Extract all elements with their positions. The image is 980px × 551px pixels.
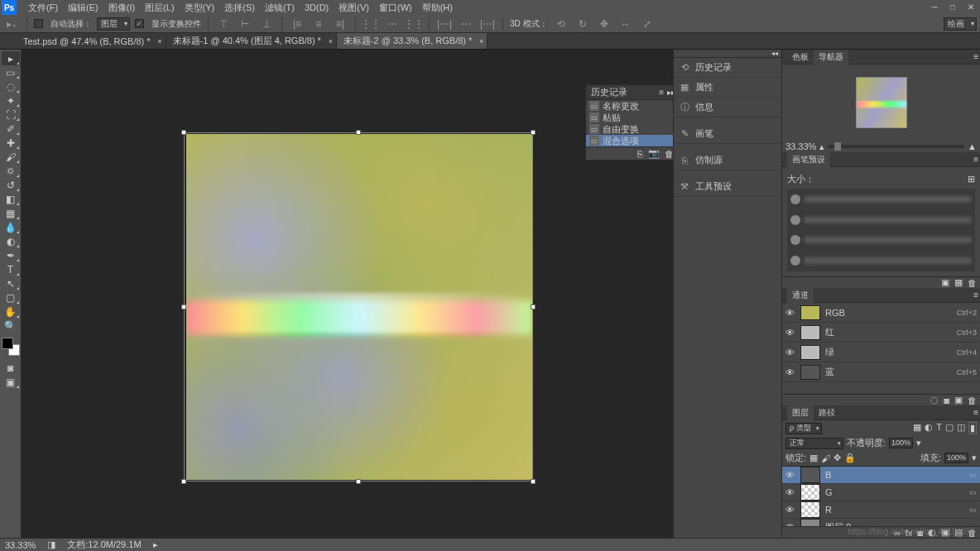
collapse-icon[interactable]: ▸▸	[667, 88, 673, 97]
menu-file[interactable]: 文件(F)	[23, 0, 63, 16]
transform-handle[interactable]	[356, 130, 361, 135]
distribute-icon[interactable]: |⋯|	[436, 17, 453, 31]
paths-tab[interactable]: 路径	[814, 405, 840, 420]
filter-type-icon[interactable]: T	[936, 422, 942, 434]
panel-menu-icon[interactable]: ≡	[973, 408, 978, 417]
eraser-tool[interactable]: ◧	[2, 192, 20, 206]
layer-row[interactable]: 👁R▭	[782, 501, 980, 519]
zoom-3d-icon[interactable]: ⤢	[639, 17, 656, 31]
panel-expander-info[interactable]: ⓘ信息	[674, 98, 781, 117]
dodge-tool[interactable]: ◐	[2, 234, 20, 248]
lock-pixels-icon[interactable]: 🖌	[821, 453, 830, 463]
panel-menu-icon[interactable]: ≡	[973, 155, 978, 164]
layers-tab[interactable]: 图层	[787, 405, 814, 420]
panel-expander-clone[interactable]: ⎘仿制源	[674, 151, 781, 170]
brush-preset-tab[interactable]: 画笔预设	[787, 152, 830, 167]
heal-tool[interactable]: ✚	[2, 136, 20, 150]
document-tab[interactable]: 未标题-2 @ 33.3% (B, RGB/8) *×	[337, 33, 488, 49]
transform-handle[interactable]	[181, 479, 186, 484]
filter-smart-icon[interactable]: ◫	[957, 422, 965, 434]
channel-row[interactable]: 👁RGBCtrl+2	[782, 303, 980, 323]
snapshot-icon[interactable]: 📷	[648, 148, 660, 159]
visibility-icon[interactable]: 👁	[785, 505, 795, 515]
menu-help[interactable]: 帮助(H)	[417, 0, 458, 16]
marquee-tool[interactable]: ▭	[2, 65, 20, 79]
align-bottom-icon[interactable]: ⊥	[258, 17, 275, 31]
distribute-icon[interactable]: |⋯|	[479, 17, 496, 31]
menu-filter[interactable]: 滤镜(T)	[260, 0, 300, 16]
hand-tool[interactable]: ✋	[2, 304, 20, 319]
history-brush-tool[interactable]: ↺	[2, 178, 20, 192]
brush-preset-item[interactable]	[790, 192, 972, 208]
history-item[interactable]: ▭名称更改	[586, 100, 673, 112]
slide-3d-icon[interactable]: ↔	[617, 17, 634, 31]
save-selection-icon[interactable]: ◙	[944, 395, 949, 405]
visibility-icon[interactable]: 👁	[785, 470, 795, 480]
link-icon[interactable]: ▭	[969, 471, 977, 479]
opacity-value[interactable]: 100%	[889, 438, 913, 448]
zoom-tool[interactable]: 🔍	[2, 319, 20, 333]
layer-row[interactable]: 👁图层 0	[782, 519, 980, 526]
expand-icon[interactable]: ◂◂	[674, 50, 781, 58]
lasso-tool[interactable]: ◌	[2, 79, 20, 93]
menu-select[interactable]: 选择(S)	[219, 0, 260, 16]
shape-tool[interactable]: ▢	[2, 290, 20, 304]
menu-layer[interactable]: 图层(L)	[140, 0, 179, 16]
pan-3d-icon[interactable]: ✥	[596, 17, 612, 31]
layer-row[interactable]: 👁B▭	[782, 467, 980, 484]
channel-row[interactable]: 👁绿Ctrl+4	[782, 343, 980, 362]
path-tool[interactable]: ↖	[2, 276, 20, 290]
history-item[interactable]: ▭粘贴	[586, 112, 673, 123]
distribute-icon[interactable]: ⋮⋮	[363, 17, 379, 31]
new-icon[interactable]: ▦	[954, 277, 963, 288]
panel-menu-icon[interactable]: ≡	[973, 290, 978, 299]
auto-select-checkbox[interactable]	[34, 19, 43, 28]
panel-expander-brush[interactable]: ✎画笔	[674, 124, 781, 144]
channels-tab[interactable]: 通道	[787, 288, 814, 303]
color-swatches[interactable]	[2, 338, 20, 356]
panel-expander-properties[interactable]: ▦属性	[674, 78, 781, 98]
document-tab[interactable]: 未标题-1 @ 40.4% (图层 4, RGB/8) *×	[166, 33, 337, 49]
brush-tool[interactable]: 🖌	[2, 150, 20, 164]
roll-3d-icon[interactable]: ↻	[574, 17, 591, 31]
gradient-tool[interactable]: ▦	[2, 206, 20, 220]
eyedropper-tool[interactable]: ✐	[2, 122, 20, 136]
minimize-button[interactable]: ─	[925, 0, 944, 13]
opacity-dropdown-icon[interactable]: ▾	[916, 438, 921, 448]
crop-tool[interactable]: ⛶	[2, 108, 20, 122]
lock-position-icon[interactable]: ✥	[833, 453, 841, 463]
lock-transparency-icon[interactable]: ▦	[809, 453, 818, 463]
navigator-tab[interactable]: 导航器	[814, 50, 848, 65]
brush-list[interactable]	[787, 189, 975, 271]
transform-bounding-box[interactable]	[184, 132, 533, 482]
menu-window[interactable]: 窗口(W)	[374, 0, 417, 16]
layer-row[interactable]: 👁G▭	[782, 484, 980, 501]
menu-view[interactable]: 视图(V)	[334, 0, 374, 16]
brush-preset-item[interactable]	[790, 213, 972, 228]
stamp-tool[interactable]: ⛭	[2, 164, 20, 178]
delete-icon[interactable]: 🗑	[665, 149, 673, 159]
history-item[interactable]: ▭混合选项	[586, 135, 673, 146]
channel-row[interactable]: 👁蓝Ctrl+5	[782, 362, 980, 382]
wand-tool[interactable]: ✦	[2, 93, 20, 108]
panel-menu-icon[interactable]: ≡	[973, 52, 978, 61]
zoom-in-icon[interactable]: ▲	[968, 141, 977, 151]
delete-icon[interactable]: 🗑	[968, 278, 977, 288]
filter-toggle-icon[interactable]: ▮	[968, 422, 977, 434]
link-icon[interactable]: ▭	[969, 488, 977, 496]
align-right-icon[interactable]: ≡|	[332, 17, 348, 31]
fill-value[interactable]: 100%	[944, 453, 968, 463]
quickmask-toggle[interactable]: ◙	[2, 361, 20, 375]
visibility-icon[interactable]: 👁	[785, 308, 795, 318]
panel-menu-icon[interactable]: ≡	[659, 88, 664, 97]
panel-expander-history[interactable]: ⟲历史记录	[674, 58, 781, 78]
align-vcenter-icon[interactable]: ⊢	[237, 17, 253, 31]
new-brush-icon[interactable]: ▣	[941, 277, 949, 288]
history-item[interactable]: ▭自由变换	[586, 123, 673, 135]
transform-handle[interactable]	[531, 304, 536, 309]
status-doc-size[interactable]: 文档:12.0M/29.1M	[67, 539, 141, 551]
distribute-icon[interactable]: ⋯	[458, 17, 474, 31]
menu-image[interactable]: 图像(I)	[103, 0, 140, 16]
align-top-icon[interactable]: ⊤	[215, 17, 232, 31]
load-selection-icon[interactable]: ◌	[930, 395, 939, 405]
